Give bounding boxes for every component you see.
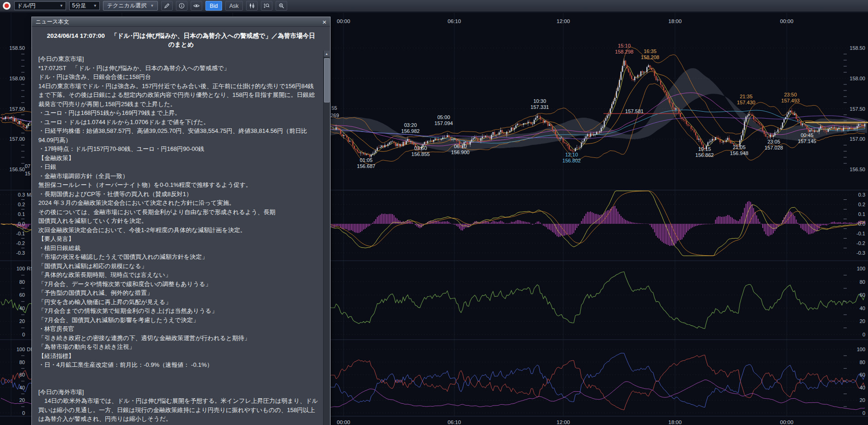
scroll-up-icon[interactable]: ▲ xyxy=(324,51,330,57)
axis-label: -0.2 xyxy=(856,240,865,246)
currency-pair-select[interactable]: ドル/円 ▼ xyxy=(14,1,66,10)
axis-label: 80 xyxy=(860,279,865,285)
technical-select-button[interactable]: テクニカル選択 ▼ xyxy=(103,1,158,11)
axis-label: 60 xyxy=(19,292,25,298)
news-scrollbar[interactable]: ▲ xyxy=(323,51,330,425)
chart-annotation-price: 157.094 xyxy=(434,120,453,126)
axis-label: 40 xyxy=(860,305,865,311)
time-axis-label: 18:00 xyxy=(669,419,682,425)
ask-label: Ask xyxy=(229,3,239,9)
timeframe-select[interactable]: 5分足 ▼ xyxy=(69,1,100,10)
chart-annotation-time: 16:35 xyxy=(644,48,657,54)
chart-annotation-time: 23:50 xyxy=(784,92,797,97)
axis-label: 0 xyxy=(862,410,865,416)
eye-icon xyxy=(193,3,200,9)
zoom-button[interactable] xyxy=(276,1,287,11)
chart-annotation-time: 21:35 xyxy=(740,94,753,99)
chart-annotation-price: 158.208 xyxy=(641,54,659,60)
chart-annotation-time: 00:45 xyxy=(801,132,814,138)
ask-toggle[interactable]: Ask xyxy=(225,1,243,11)
magnifier-icon xyxy=(278,3,284,9)
draw-tool-button[interactable] xyxy=(161,1,173,11)
axis-label: 80 xyxy=(19,359,25,365)
time-axis-label: 00:00 xyxy=(780,18,794,24)
chevron-down-icon: ▼ xyxy=(150,4,154,8)
chart-annotation-time: 23:05 xyxy=(767,139,780,144)
chart-annotation-fragment: 07 xyxy=(25,163,30,169)
chart-annotation-time: 03:20 xyxy=(404,122,417,128)
chart-annotation-price: 157.581 xyxy=(625,108,644,114)
axis-label: 40 xyxy=(860,385,865,390)
chart-annotation-price: 158.298 xyxy=(615,49,633,54)
chart-annotation-time: 05:00 xyxy=(437,114,450,120)
chart-annotation-price: 156.948 xyxy=(730,150,748,156)
axis-label: 0.3 xyxy=(858,192,865,198)
chart-annotation-price: 157.493 xyxy=(781,98,800,103)
info-button[interactable] xyxy=(176,1,187,11)
axis-label: 100 xyxy=(17,266,25,271)
chart-annotation-price: 157.028 xyxy=(765,145,783,150)
time-axis-label: 00:00 xyxy=(780,419,794,425)
chart-type-button[interactable] xyxy=(246,1,258,11)
currency-pair-value: ドル/円 xyxy=(17,2,36,10)
chevron-down-icon: ▼ xyxy=(60,4,63,8)
axis-label: 158.50 xyxy=(850,45,865,51)
chart-annotation-price: 156.687 xyxy=(357,163,375,169)
candlestick-chart-icon xyxy=(249,3,255,9)
chevron-down-icon: ▼ xyxy=(93,4,97,8)
chart-annotation-time: 15:10 xyxy=(618,43,631,48)
axis-label: 60 xyxy=(860,372,865,377)
time-axis-label: 00:00 xyxy=(337,18,350,24)
chart-annotation-time: 06:10 xyxy=(454,144,467,149)
axis-label: 20 xyxy=(860,318,865,324)
chart-annotation-price: 156.982 xyxy=(401,128,420,134)
news-window-titlebar[interactable]: ニュース本文 × xyxy=(32,17,330,27)
axis-label: 157.50 xyxy=(850,106,865,112)
chart-annotation-price: 157.331 xyxy=(530,104,549,110)
axis-label: 80 xyxy=(860,359,865,365)
axis-label: 20 xyxy=(19,318,25,324)
news-headline: 2024/06/14 17:07:00 「ドル･円は伸び悩みか、日本の為替介入へ… xyxy=(32,27,330,51)
axis-label: -0.3 xyxy=(856,250,865,256)
chart-annotation-time: 21:05 xyxy=(733,144,746,150)
axis-label: 158.00 xyxy=(850,76,865,81)
close-icon[interactable]: × xyxy=(322,18,326,25)
scrollbar-thumb[interactable] xyxy=(324,58,330,102)
axis-label: 20 xyxy=(19,397,25,403)
time-axis-label: 06:10 xyxy=(448,419,461,425)
bid-toggle[interactable]: Bid xyxy=(205,1,222,11)
news-body-container: [今日の東京市場] *17:07JST 「ドル・円は伸び悩みか、日本の為替介入へ… xyxy=(32,51,330,425)
vertical-zoom-button[interactable] xyxy=(261,1,272,11)
axis-label: -0.1 xyxy=(16,231,25,236)
trading-app-window: ドル/円 ▼ 5分足 ▼ テクニカル選択 ▼ Bid Ask xyxy=(0,0,868,425)
time-axis-label: 00:00 xyxy=(337,419,350,425)
axis-label: 0.1 xyxy=(18,211,25,217)
axis-label: 20 xyxy=(860,397,865,403)
axis-label: 0 xyxy=(862,332,865,337)
axis-label: -0.1 xyxy=(856,231,865,236)
chart-annotation-time: 12:10 xyxy=(565,152,578,157)
axis-label: 40 xyxy=(19,305,25,311)
timeframe-value: 5分足 xyxy=(72,2,86,10)
chart-annotation-fragment: 55 xyxy=(332,105,337,111)
axis-label: 60 xyxy=(860,292,865,298)
chart-annotation-price: 156.900 xyxy=(451,150,470,155)
bid-label: Bid xyxy=(210,3,217,9)
info-icon xyxy=(179,3,185,9)
news-window: ニュース本文 × 2024/06/14 17:07:00 「ドル･円は伸び悩みか… xyxy=(31,17,331,425)
chart-annotation-time: 10:30 xyxy=(533,98,546,104)
technical-select-label: テクニカル選択 xyxy=(107,2,146,10)
axis-label: 0.2 xyxy=(18,202,25,207)
axis-label: -0.2 xyxy=(16,240,25,246)
chart-annotation-price: 156.862 xyxy=(695,152,714,158)
axis-label: -0.3 xyxy=(16,250,25,256)
chart-annotation-price: 156.802 xyxy=(562,158,581,163)
axis-label: 157.00 xyxy=(9,136,25,142)
visibility-button[interactable] xyxy=(191,1,202,11)
axis-label: 157.00 xyxy=(850,136,865,142)
news-body-text: [今日の東京市場] *17:07JST 「ドル・円は伸び悩みか、日本の為替介入へ… xyxy=(38,54,320,425)
time-axis-label: 12:00 xyxy=(557,419,570,425)
axis-label: 158.50 xyxy=(9,45,25,51)
chart-annotation-time: 03:50 xyxy=(414,145,427,151)
axis-label: 0.0 xyxy=(18,221,25,227)
